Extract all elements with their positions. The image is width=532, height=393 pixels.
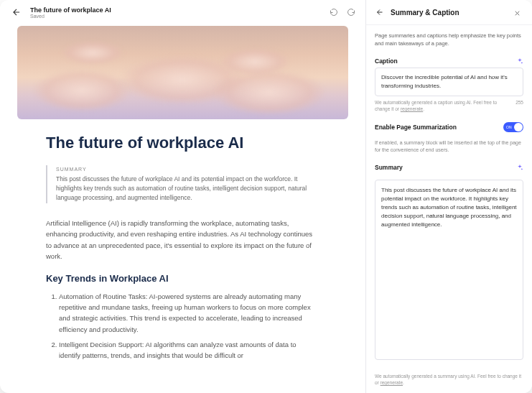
list-item: Intelligent Decision Support: AI algorit… <box>59 339 319 361</box>
undo-icon[interactable] <box>330 8 338 17</box>
summarization-toggle-row: Enable Page Summarization ON <box>375 122 523 132</box>
caption-hint: We automatically generated a caption usi… <box>375 99 511 112</box>
caption-char-count: 255 <box>515 99 523 112</box>
caption-input[interactable] <box>375 68 523 96</box>
page-title: The future of workplace AI <box>30 6 322 14</box>
trends-heading: Key Trends in Workplace AI <box>46 273 319 284</box>
close-icon <box>513 9 521 17</box>
toggle-state-text: ON <box>506 125 512 129</box>
summary-text: This post discusses the future of workpl… <box>56 175 319 202</box>
article-heading: The future of workplace AI <box>46 134 319 152</box>
summarization-toggle[interactable]: ON <box>503 122 523 132</box>
save-status: Saved <box>30 14 322 19</box>
article-body: The future of workplace AI SUMMARY This … <box>17 134 348 379</box>
main-pane: The future of workplace AI Saved The fut… <box>0 0 365 393</box>
panel-description: Page summaries and captions help emphasi… <box>375 32 523 47</box>
caption-label: Caption <box>375 57 398 65</box>
panel-footer: We automatically generated a summary usi… <box>366 367 532 393</box>
summary-block: SUMMARY This post discusses the future o… <box>46 165 319 203</box>
panel-back-button[interactable] <box>375 7 385 17</box>
regenerate-link[interactable]: regenerate <box>401 106 423 111</box>
title-block: The future of workplace AI Saved <box>30 6 322 19</box>
sparkle-icon[interactable] <box>516 164 523 171</box>
panel-title: Summary & Caption <box>391 9 508 17</box>
main-content[interactable]: The future of workplace AI SUMMARY This … <box>0 23 365 393</box>
arrow-left-icon <box>375 8 384 17</box>
trends-list: Automation of Routine Tasks: AI-powered … <box>46 291 319 361</box>
hero-image <box>17 26 348 119</box>
summary-hint: We automatically generated a summary usi… <box>375 373 523 386</box>
toggle-description: If enabled, a summary block will be inse… <box>375 139 523 154</box>
panel-close-button[interactable] <box>513 7 523 17</box>
redo-icon[interactable] <box>347 8 355 17</box>
summary-field-label: Summary <box>375 164 403 171</box>
toggle-label: Enable Page Summarization <box>375 124 457 131</box>
article-intro: Artificial Intelligence (AI) is rapidly … <box>46 218 319 262</box>
sparkle-icon[interactable] <box>516 57 523 65</box>
panel-body: Page summaries and captions help emphasi… <box>366 25 532 367</box>
regenerate-link[interactable]: regenerate <box>381 380 403 385</box>
summary-label: SUMMARY <box>56 167 319 172</box>
side-panel-header: Summary & Caption <box>366 0 532 25</box>
back-button[interactable] <box>10 6 23 19</box>
list-item: Automation of Routine Tasks: AI-powered … <box>59 291 319 335</box>
caption-hint-row: We automatically generated a caption usi… <box>375 99 523 112</box>
arrow-left-icon <box>11 7 22 17</box>
toggle-knob <box>514 123 523 131</box>
summary-input[interactable] <box>375 180 523 360</box>
caption-section: Caption We automatically generated a cap… <box>375 57 523 112</box>
main-header: The future of workplace AI Saved <box>0 0 365 23</box>
side-panel: Summary & Caption Page summaries and cap… <box>365 0 532 393</box>
header-actions <box>330 8 355 17</box>
